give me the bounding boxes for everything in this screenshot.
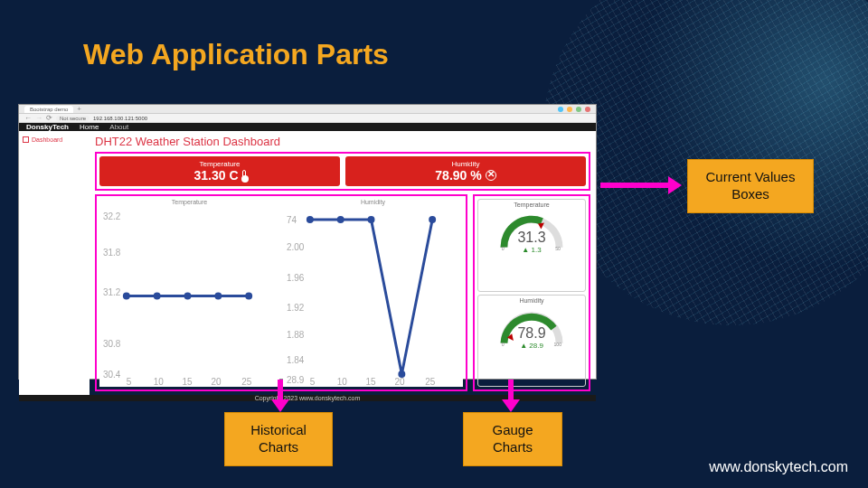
svg-text:25: 25	[425, 377, 436, 387]
nav-home[interactable]: Home	[80, 123, 99, 131]
site-url: www.donskytech.com	[709, 459, 848, 475]
box-value: 31.30 C	[193, 168, 238, 183]
nav-about[interactable]: About	[109, 123, 128, 131]
svg-point-7	[184, 292, 192, 299]
forward-icon[interactable]: →	[35, 114, 42, 122]
dot-icon	[585, 107, 590, 112]
svg-point-24	[368, 216, 375, 223]
svg-point-6	[154, 292, 161, 299]
arrow-icon	[502, 380, 520, 416]
callout-gauge-charts: GaugeCharts	[463, 412, 562, 466]
slide-title: Web Application Parts	[83, 38, 389, 71]
svg-point-26	[429, 216, 436, 223]
svg-text:25: 25	[241, 377, 252, 387]
humidity-box: Humidity 78.90 %	[345, 156, 586, 186]
svg-text:10: 10	[337, 377, 348, 387]
dot-icon	[558, 107, 563, 112]
window-controls	[558, 107, 590, 112]
gauge-value: 31.3	[517, 230, 545, 246]
current-values-boxes: Temperature 31.30 C Humidity 78.90 %	[95, 152, 590, 191]
gauge-title: Humidity	[519, 297, 543, 304]
svg-text:1.96: 1.96	[287, 273, 305, 283]
gauge-charts: Temperature 0 50 31.3 ▲ 1.3 Humidity	[473, 194, 590, 391]
security-badge: Not secure	[56, 116, 90, 121]
page-title: DHT22 Weather Station Dashboard	[95, 135, 590, 148]
temperature-chart: Temperature 32.2 31.8 31.2 30.8 30.4	[99, 199, 279, 387]
historical-charts: Temperature 32.2 31.8 31.2 30.8 30.4	[95, 194, 467, 391]
svg-point-22	[307, 216, 314, 223]
svg-text:5: 5	[310, 377, 316, 387]
svg-point-9	[245, 292, 252, 299]
svg-text:15: 15	[183, 377, 193, 387]
svg-text:32.2: 32.2	[103, 211, 121, 221]
brand-label[interactable]: DonskyTech	[26, 123, 69, 131]
chart-title: Humidity	[283, 199, 463, 205]
svg-point-23	[337, 216, 344, 223]
dashboard-icon	[23, 136, 29, 143]
gauge-delta: ▲ 1.3	[522, 246, 541, 254]
svg-marker-39	[502, 399, 520, 412]
box-value: 78.90 %	[435, 168, 481, 183]
svg-text:20: 20	[211, 377, 222, 387]
svg-text:31.8: 31.8	[103, 248, 121, 258]
svg-text:74: 74	[287, 215, 297, 225]
temperature-box: Temperature 31.30 C	[99, 156, 340, 186]
sidebar-item-label: Dashboard	[32, 136, 62, 143]
svg-text:2.00: 2.00	[287, 242, 305, 252]
new-tab-button[interactable]: +	[77, 105, 81, 113]
temperature-gauge: Temperature 0 50 31.3 ▲ 1.3	[477, 199, 586, 292]
gauge-title: Temperature	[514, 202, 549, 208]
back-icon[interactable]: ←	[24, 114, 32, 122]
browser-tab[interactable]: Bootstrap demo	[24, 106, 73, 113]
gauge-max: 50	[555, 246, 561, 251]
arrow-icon	[271, 380, 289, 416]
app-navbar: DonskyTech Home About	[19, 123, 596, 131]
svg-marker-35	[668, 176, 682, 194]
humidity-chart: Humidity 74 2.00 1.96 1.92 1.88 1.84 28.…	[283, 199, 463, 387]
gauge-value: 78.9	[517, 325, 545, 342]
svg-text:30.8: 30.8	[103, 339, 121, 349]
svg-text:31.2: 31.2	[103, 287, 121, 297]
app-screenshot: Bootstrap demo + ← → ⟳ Not secure 192.16…	[18, 104, 597, 380]
svg-point-5	[123, 292, 130, 299]
svg-text:20: 20	[394, 377, 405, 387]
svg-text:10: 10	[154, 377, 165, 387]
gauge-delta: ▲ 28.9	[520, 342, 543, 350]
humidity-gauge: Humidity 0 100 78.9 ▲ 28.9	[477, 295, 586, 388]
sidebar: Dashboard	[19, 131, 90, 395]
svg-text:1.92: 1.92	[287, 303, 305, 313]
chart-title: Temperature	[99, 199, 279, 205]
url-text[interactable]: 192.168.100.121:5000	[93, 116, 147, 121]
arrow-icon	[600, 176, 682, 198]
svg-text:30.4: 30.4	[103, 370, 121, 380]
callout-historical-charts: HistoricalCharts	[224, 412, 333, 466]
svg-text:15: 15	[366, 377, 377, 387]
thermometer-icon	[242, 170, 246, 181]
reload-icon[interactable]: ⟳	[46, 114, 52, 122]
gauge-max: 100	[553, 342, 561, 347]
browser-url-bar: ← → ⟳ Not secure 192.168.100.121:5000	[19, 114, 596, 123]
dot-icon	[576, 107, 581, 112]
callout-current-values: Current ValuesBoxes	[687, 159, 814, 213]
dot-icon	[567, 107, 572, 112]
box-label: Temperature	[200, 160, 241, 168]
gauge-min: 0	[502, 342, 505, 347]
svg-text:1.88: 1.88	[287, 330, 305, 340]
svg-point-8	[214, 292, 222, 299]
browser-tab-bar: Bootstrap demo +	[19, 105, 596, 114]
svg-text:5: 5	[127, 377, 132, 387]
svg-text:1.84: 1.84	[287, 355, 305, 365]
box-label: Humidity	[451, 160, 479, 168]
gauge-min: 0	[502, 246, 505, 251]
main-content: DHT22 Weather Station Dashboard Temperat…	[90, 131, 596, 395]
sidebar-item-dashboard[interactable]: Dashboard	[23, 136, 86, 143]
humidity-icon	[486, 170, 496, 181]
svg-marker-37	[271, 399, 289, 412]
